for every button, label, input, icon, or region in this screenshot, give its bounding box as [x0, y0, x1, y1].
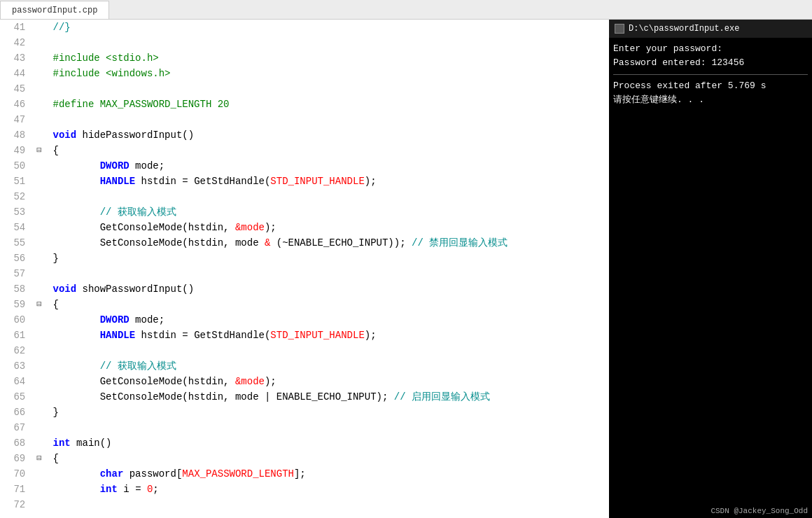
line-number: 60	[0, 312, 34, 328]
line-number: 59	[0, 297, 34, 312]
line-number: 71	[0, 482, 34, 497]
table-row: 43#include <stdio.h>	[0, 50, 609, 66]
line-code	[47, 112, 609, 127]
fold-indicator	[34, 374, 47, 389]
table-row: 57	[0, 266, 609, 281]
fold-indicator	[34, 420, 47, 435]
table-row: 68int main()	[0, 435, 609, 451]
code-table: 41//}4243#include <stdio.h>44#include <w…	[0, 20, 609, 512]
table-row: 63 // 获取输入模式	[0, 358, 609, 374]
line-number: 47	[0, 112, 34, 127]
line-number: 48	[0, 127, 34, 143]
fold-indicator	[34, 204, 47, 220]
tab-passwordinput[interactable]: passwordInput.cpp	[0, 1, 109, 19]
fold-indicator[interactable]: ⊟	[34, 297, 47, 312]
table-row: 51 HANDLE hstdin = GetStdHandle(STD_INPU…	[0, 174, 609, 189]
table-row: 70 char password[MAX_PASSWORD_LENGTH];	[0, 466, 609, 482]
console-watermark: CSDN @Jackey_Song_Odd	[710, 507, 808, 515]
fold-indicator	[34, 405, 47, 420]
line-code: {	[47, 143, 609, 158]
line-code: // 获取输入模式	[47, 204, 609, 220]
tab-bar: passwordInput.cpp	[0, 0, 812, 20]
table-row: 53 // 获取输入模式	[0, 204, 609, 220]
fold-indicator	[34, 35, 47, 50]
console-line1: Enter your password:	[613, 42, 808, 56]
line-number: 43	[0, 50, 34, 66]
line-code: GetConsoleMode(hstdin, &mode);	[47, 220, 609, 235]
line-number: 70	[0, 466, 34, 482]
code-editor[interactable]: 41//}4243#include <stdio.h>44#include <w…	[0, 20, 609, 518]
table-row: 60 DWORD mode;	[0, 312, 609, 328]
console-titlebar: D:\c\passwordInput.exe	[609, 20, 812, 38]
line-code: GetConsoleMode(hstdin, &mode);	[47, 374, 609, 389]
line-number: 63	[0, 358, 34, 374]
table-row: 71 int i = 0;	[0, 482, 609, 497]
line-number: 50	[0, 158, 34, 174]
table-row: 54 GetConsoleMode(hstdin, &mode);	[0, 220, 609, 235]
line-code: #include <windows.h>	[47, 66, 609, 81]
fold-indicator	[34, 343, 47, 358]
table-row: 69⊟{	[0, 451, 609, 466]
line-number: 57	[0, 266, 34, 281]
console-divider	[613, 74, 808, 75]
fold-indicator	[34, 112, 47, 127]
line-number: 56	[0, 251, 34, 266]
fold-indicator	[34, 81, 47, 97]
main-content: 41//}4243#include <stdio.h>44#include <w…	[0, 20, 812, 518]
table-row: 55 SetConsoleMode(hstdin, mode & (~ENABL…	[0, 235, 609, 251]
fold-indicator	[34, 235, 47, 251]
line-number: 51	[0, 174, 34, 189]
line-number: 44	[0, 66, 34, 81]
fold-indicator	[34, 358, 47, 374]
table-row: 46#define MAX_PASSWORD_LENGTH 20	[0, 97, 609, 112]
console-line4: 请按任意键继续. . .	[613, 93, 808, 107]
fold-indicator[interactable]: ⊟	[34, 143, 47, 158]
line-code: }	[47, 405, 609, 420]
table-row: 66}	[0, 405, 609, 420]
fold-indicator	[34, 466, 47, 482]
console-line2: Password entered: 123456	[613, 56, 808, 70]
line-code: void hidePasswordInput()	[47, 127, 609, 143]
line-code: void showPasswordInput()	[47, 281, 609, 297]
fold-indicator	[34, 127, 47, 143]
table-row: 50 DWORD mode;	[0, 158, 609, 174]
table-row: 48void hidePasswordInput()	[0, 127, 609, 143]
line-number: 52	[0, 189, 34, 204]
fold-indicator	[34, 482, 47, 497]
line-code	[47, 81, 609, 97]
line-code: DWORD mode;	[47, 158, 609, 174]
line-code: //}	[47, 20, 609, 35]
line-code: HANDLE hstdin = GetStdHandle(STD_INPUT_H…	[47, 174, 609, 189]
line-code	[47, 420, 609, 435]
table-row: 64 GetConsoleMode(hstdin, &mode);	[0, 374, 609, 389]
line-code: char password[MAX_PASSWORD_LENGTH];	[47, 466, 609, 482]
console-line3: Process exited after 5.769 s	[613, 79, 808, 93]
line-number: 55	[0, 235, 34, 251]
fold-indicator	[34, 174, 47, 189]
tab-label: passwordInput.cpp	[12, 6, 97, 15]
line-number: 64	[0, 374, 34, 389]
fold-indicator	[34, 435, 47, 451]
table-row: 47	[0, 112, 609, 127]
line-number: 61	[0, 328, 34, 343]
table-row: 49⊟{	[0, 143, 609, 158]
table-row: 58void showPasswordInput()	[0, 281, 609, 297]
line-code: DWORD mode;	[47, 312, 609, 328]
fold-indicator	[34, 50, 47, 66]
line-number: 54	[0, 220, 34, 235]
line-number: 66	[0, 405, 34, 420]
line-code: SetConsoleMode(hstdin, mode | ENABLE_ECH…	[47, 389, 609, 405]
line-code: SetConsoleMode(hstdin, mode & (~ENABLE_E…	[47, 235, 609, 251]
fold-indicator[interactable]: ⊟	[34, 451, 47, 466]
line-code	[47, 35, 609, 50]
table-row: 41//}	[0, 20, 609, 35]
line-number: 45	[0, 81, 34, 97]
table-row: 67	[0, 420, 609, 435]
line-code: // 获取输入模式	[47, 358, 609, 374]
line-code	[47, 343, 609, 358]
line-code: {	[47, 451, 609, 466]
table-row: 42	[0, 35, 609, 50]
line-code	[47, 266, 609, 281]
fold-indicator	[34, 497, 47, 512]
line-code: }	[47, 251, 609, 266]
